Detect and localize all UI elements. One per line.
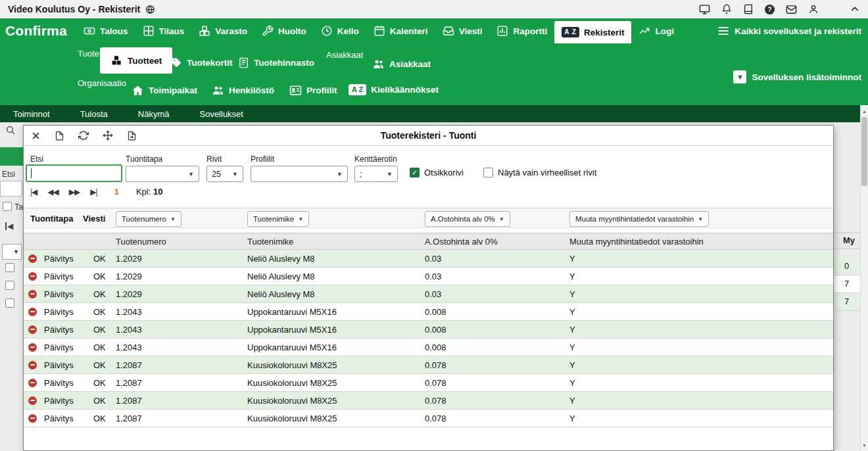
remove-row-icon[interactable] [28,379,37,387]
nav-item-varasto[interactable]: Varasto [191,18,254,43]
book-icon[interactable] [743,4,754,14]
column-selector-tuotenimike[interactable]: Tuotenimike▼ [247,211,309,227]
subnav-item-tuotekortit[interactable]: Tuotekortit [171,57,233,68]
dialog-toolbar: Tuoterekisteri - Tuonti [24,126,833,146]
nav-item-kello[interactable]: Kello [314,18,366,43]
table-row[interactable]: Päivitys OK 1.2087 Kuusiokoloruuvi M8X25… [24,374,833,392]
menu-item-nakyma[interactable]: Näkymä [138,109,170,119]
menu-item-tulosta[interactable]: Tulosta [80,109,108,119]
bell-icon[interactable] [721,4,732,14]
nav-item-rekisterit[interactable]: A Z Rekisterit [554,21,631,43]
vertical-scrollbar[interactable]: ▲ ▼ [860,105,868,451]
cell-tuotenimike: Uppokantaruuvi M5X16 [246,343,423,352]
scroll-down-icon[interactable]: ▼ [861,440,868,450]
user-icon[interactable] [808,4,819,14]
current-page[interactable]: 1 [114,187,119,197]
subnav-item-asiakkaat[interactable]: Asiakkaat [372,58,431,70]
remove-row-icon[interactable] [28,414,37,423]
subnav-item-kielikaannokset[interactable]: A Z Kielikäännökset [349,84,439,95]
table-row[interactable]: Päivitys OK 1.2029 Neliö Aluslevy M8 0.0… [24,268,833,285]
subnav-item-toimipaikat[interactable]: Toimipaikat [132,84,197,97]
column-selector-tuotenumero[interactable]: Tuotenumero▼ [116,211,181,227]
background-dropdown-fragment[interactable]: ▼ [2,244,22,260]
remove-row-icon[interactable] [28,325,37,334]
nav-item-logi[interactable]: Logi [631,18,681,43]
virherivit-checkbox[interactable] [483,168,493,178]
cell-viesti: OK [89,254,114,264]
collapse-chevron-icon[interactable] [850,4,860,14]
nav-item-tilaus[interactable]: Tilaus [135,18,192,43]
subnav-item-profiilit[interactable]: Profiilit [289,84,337,97]
remove-row-icon[interactable] [28,308,37,316]
mail-icon[interactable] [786,4,797,15]
nav-item-talous[interactable]: Talous [76,18,135,43]
remove-row-icon[interactable] [28,290,37,298]
refresh-icon[interactable] [78,130,89,141]
otsikkorivi-checkbox-row[interactable]: Otsikkorivi [410,168,464,178]
subnav-item-henkilosto[interactable]: Henkilöstö [212,84,274,97]
first-page-icon[interactable]: ◀ [5,222,13,230]
nav-item-all-applications[interactable]: Kaikki sovellukset ja rekisterit [710,18,868,43]
background-row-fragment: 7 [834,293,860,311]
remove-row-icon[interactable] [28,343,37,352]
subnav-label: Asiakkaat [389,59,431,69]
otsikkorivi-checkbox[interactable] [410,168,420,178]
menu-item-sovellukset[interactable]: Sovellukset [199,109,243,119]
subnav-label: Tuotehinnasto [254,58,314,68]
cell-tuotenimike: Uppokantaruuvi M5X16 [246,307,423,317]
new-document-icon[interactable] [55,131,64,141]
kenttaerotin-select[interactable]: ;▼ [354,166,398,182]
etsi-label: Etsi [30,154,43,164]
background-search-input-fragment[interactable] [0,181,22,197]
menu-item-toiminnot[interactable]: Toiminnot [13,109,50,119]
virherivit-checkbox-row[interactable]: Näytä vain virheelliset rivit [483,168,596,178]
table-row[interactable]: Päivitys OK 1.2043 Uppokantaruuvi M5X16 … [24,339,833,356]
search-icon[interactable] [5,125,16,135]
cell-viesti: OK [89,289,114,299]
table-row[interactable]: Päivitys OK 1.2087 Kuusiokoloruuvi M8X25… [24,410,833,427]
cell-tuotenumero: 1.2087 [114,396,246,406]
previous-page-button[interactable] [47,187,58,197]
table-row[interactable]: Päivitys OK 1.2087 Kuusiokoloruuvi M8X25… [24,392,833,410]
scroll-up-icon[interactable]: ▲ [861,107,868,116]
help-icon[interactable]: ? [765,5,775,14]
nav-item-kalenteri[interactable]: Kalenteri [366,18,435,43]
table-row[interactable]: Päivitys OK 1.2087 Kuusiokoloruuvi M8X25… [24,356,833,374]
scrollbar-thumb[interactable] [861,117,867,186]
table-row[interactable]: Päivitys OK 1.2029 Neliö Aluslevy M8 0.0… [24,250,833,268]
nav-item-raportti[interactable]: Raportti [489,18,554,43]
cell-viesti: OK [89,307,114,317]
table-row[interactable]: Päivitys OK 1.2029 Neliö Aluslevy M8 0.0… [24,285,833,303]
tuontitapa-select[interactable]: ▼ [126,166,199,182]
nav-label: Viesti [459,26,483,36]
remove-row-icon[interactable] [28,254,37,263]
subnav-item-tuotteet[interactable]: Tuotteet [100,47,172,74]
select-value: 25 [212,170,221,179]
rivit-select[interactable]: 25▼ [206,166,243,182]
remove-row-icon[interactable] [28,361,37,369]
monitor-icon[interactable] [699,4,710,15]
background-checkbox[interactable] [5,263,14,272]
app-extra-actions-button[interactable]: ▼ Sovelluksen lisätoiminnot [733,70,861,83]
table-row[interactable]: Päivitys OK 1.2043 Uppokantaruuvi M5X16 … [24,303,833,321]
nav-item-viesti[interactable]: Viesti [435,18,490,43]
last-page-button[interactable] [90,187,97,197]
first-page-button[interactable] [30,187,37,197]
move-expand-icon[interactable] [103,130,113,141]
search-input[interactable] [26,164,122,182]
nav-item-huolto[interactable]: Huolto [254,18,314,43]
remove-row-icon[interactable] [28,272,37,281]
column-selector-muuta[interactable]: Muuta myyntihintatiedot varastoihin▼ [569,211,709,227]
background-checkbox[interactable] [5,298,14,308]
az-register-icon: A Z [562,27,579,37]
background-checkbox[interactable] [3,202,12,211]
next-page-button[interactable] [69,187,80,197]
column-selector-ostohinta[interactable]: A.Ostohinta alv 0%▼ [425,211,510,227]
profiilit-select[interactable]: ▼ [251,166,348,182]
export-icon[interactable] [127,131,137,141]
background-checkbox[interactable] [5,281,14,290]
close-icon[interactable] [31,131,41,141]
table-row[interactable]: Päivitys OK 1.2043 Uppokantaruuvi M5X16 … [24,321,833,339]
remove-row-icon[interactable] [28,396,37,405]
subnav-item-tuotehinnasto[interactable]: Tuotehinnasto [238,57,314,68]
